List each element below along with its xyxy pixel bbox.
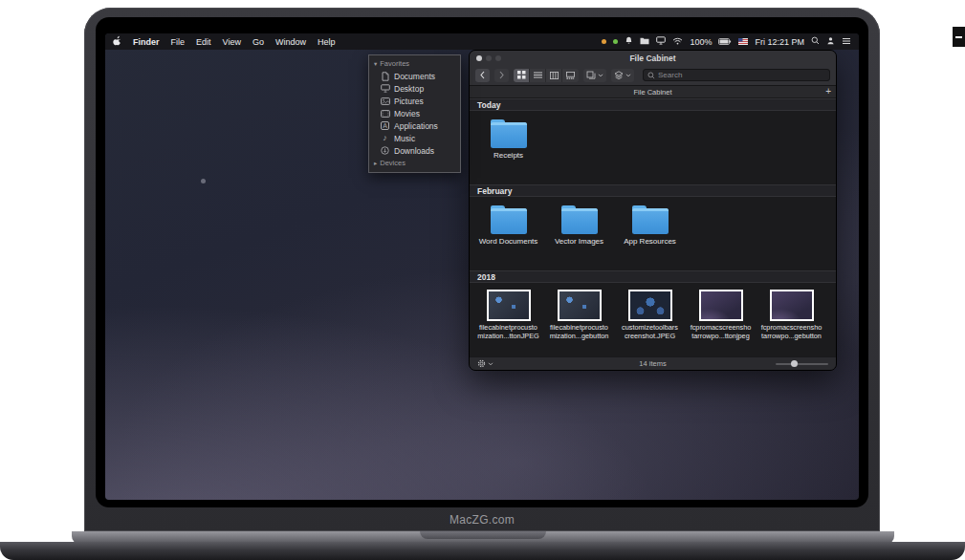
view-segmented-control (514, 69, 579, 82)
chevron-down-icon (598, 74, 603, 77)
chevron-down-icon (625, 74, 631, 77)
image-thumbnail (487, 290, 531, 321)
search-input[interactable] (658, 71, 825, 79)
menu-item-file[interactable]: File (171, 37, 186, 47)
window-titlebar[interactable]: File Cabinet (470, 51, 836, 65)
window-toolbar (470, 65, 836, 86)
sidebar-item-applications[interactable]: A Applications (369, 119, 460, 132)
display-icon[interactable] (656, 36, 666, 47)
window-content: Today Receipts February Word Documents (470, 98, 836, 356)
gallery-view-button[interactable] (562, 69, 579, 82)
file-label: filecabinetprocusto mization...gebutton (550, 324, 609, 341)
image-thumbnail (699, 290, 743, 321)
slider-knob[interactable] (791, 360, 798, 367)
disclosure-right-icon[interactable]: ▸ (374, 160, 377, 167)
folder-app-resources[interactable]: App Resources (616, 204, 684, 246)
battery-percent: 100% (690, 37, 712, 47)
search-icon[interactable] (811, 36, 820, 47)
sidebar-item-documents[interactable]: Documents (369, 70, 460, 82)
minimize-button[interactable] (486, 55, 492, 61)
new-tab-button[interactable]: + (825, 86, 831, 98)
grid-icon (517, 71, 526, 79)
icon-size-slider[interactable] (776, 359, 828, 369)
tab-file-cabinet[interactable]: File Cabinet (633, 88, 671, 97)
search-field[interactable] (643, 69, 830, 81)
sidebar-item-music[interactable]: ♪ Music (369, 132, 460, 144)
file-item[interactable]: customizetoolbars creenshot.JPEG (616, 290, 684, 341)
folder-vector-images[interactable]: Vector Images (545, 204, 613, 246)
file-item[interactable]: fcpromacscreensho tarrowpo...ttonjpeg (687, 290, 755, 341)
file-item[interactable]: filecabinetprocusto mization...gebutton (545, 290, 613, 341)
layers-icon (614, 71, 624, 79)
apple-icon[interactable] (113, 35, 121, 48)
laptop-base (0, 542, 965, 560)
group-by-button[interactable] (583, 69, 606, 82)
menu-item-view[interactable]: View (223, 37, 241, 47)
sidebar-item-label: Pictures (394, 97, 424, 106)
section-header-today: Today (470, 98, 836, 111)
menu-bar-clock[interactable]: Fri 12:21 PM (755, 37, 804, 47)
menu-item-finder[interactable]: Finder (133, 37, 160, 47)
chevron-right-icon (498, 71, 505, 79)
folder-word-documents[interactable]: Word Documents (474, 204, 542, 246)
favorites-header[interactable]: ▾ Favorites (369, 57, 460, 70)
menu-item-edit[interactable]: Edit (196, 37, 211, 47)
forward-button[interactable] (494, 69, 509, 82)
battery-icon[interactable] (718, 37, 732, 47)
file-item[interactable]: filecabinetprocusto mization...ttonJPEG (474, 290, 542, 341)
menu-bar: Finder File Edit View Go Window Help (105, 33, 859, 50)
window-title: File Cabinet (629, 54, 675, 63)
sidebar-item-label: Downloads (394, 146, 434, 156)
devices-header[interactable]: ▸ Devices (369, 157, 460, 169)
disclosure-down-icon[interactable]: ▾ (374, 60, 377, 68)
sidebar-item-movies[interactable]: Movies (369, 107, 460, 119)
page-marker-icon (953, 27, 965, 47)
sidebar-item-label: Documents (394, 72, 435, 81)
file-label: fcpromacscreensho tarrowpo...ttonjpeg (691, 324, 752, 341)
folder-icon[interactable] (640, 37, 649, 47)
section-header-2018: 2018 (470, 270, 836, 283)
laptop-chin: MacZG.com (96, 507, 868, 531)
image-thumbnail (770, 290, 814, 321)
stacked-squares-icon (586, 71, 596, 79)
icon-view-button[interactable] (514, 69, 530, 82)
folder-label: Word Documents (479, 237, 538, 246)
menu-item-go[interactable]: Go (252, 37, 264, 47)
close-button[interactable] (476, 55, 482, 61)
back-button[interactable] (475, 69, 490, 82)
finder-window: File Cabinet (469, 50, 837, 371)
columns-icon (550, 72, 559, 79)
section-february-row: Word Documents Vector Images App Resourc… (470, 197, 836, 270)
file-item[interactable]: fcpromacscreensho tarrowpo...gebutton (757, 290, 825, 341)
menu-bar-status: 100% Fri 12:21 PM (602, 36, 851, 47)
green-dot-icon[interactable] (613, 39, 618, 44)
us-flag-icon[interactable] (738, 37, 748, 47)
watermark-text: MacZG.com (450, 513, 515, 527)
menu-item-window[interactable]: Window (275, 37, 306, 47)
sidebar-item-pictures[interactable]: Pictures (369, 95, 460, 107)
menu-list-icon[interactable] (842, 37, 851, 47)
devices-label: Devices (380, 159, 406, 167)
orange-dot-icon[interactable] (602, 39, 606, 44)
folder-receipts[interactable]: Receipts (474, 118, 542, 160)
file-label: fcpromacscreensho tarrowpo...gebutton (761, 324, 822, 341)
bell-icon[interactable] (625, 36, 633, 47)
screen-bezel: Finder File Edit View Go Window Help (96, 17, 868, 507)
wifi-icon[interactable] (672, 37, 683, 47)
menu-bar-left: Finder File Edit View Go Window Help (113, 35, 335, 48)
pictures-icon (380, 97, 390, 105)
folder-icon (491, 122, 527, 148)
sidebar-item-label: Movies (394, 109, 420, 118)
menu-item-help[interactable]: Help (318, 37, 336, 47)
list-view-button[interactable] (530, 69, 546, 82)
desktop-icon (380, 84, 390, 93)
action-button[interactable] (611, 69, 634, 82)
sidebar-item-downloads[interactable]: Downloads (369, 144, 460, 157)
column-view-button[interactable] (546, 69, 562, 82)
moon-dot (201, 179, 206, 183)
tab-bar: File Cabinet + (470, 86, 836, 98)
user-icon[interactable] (826, 36, 835, 47)
zoom-button[interactable] (495, 55, 501, 61)
sidebar-item-desktop[interactable]: Desktop (369, 82, 460, 95)
folder-icon (491, 208, 527, 234)
